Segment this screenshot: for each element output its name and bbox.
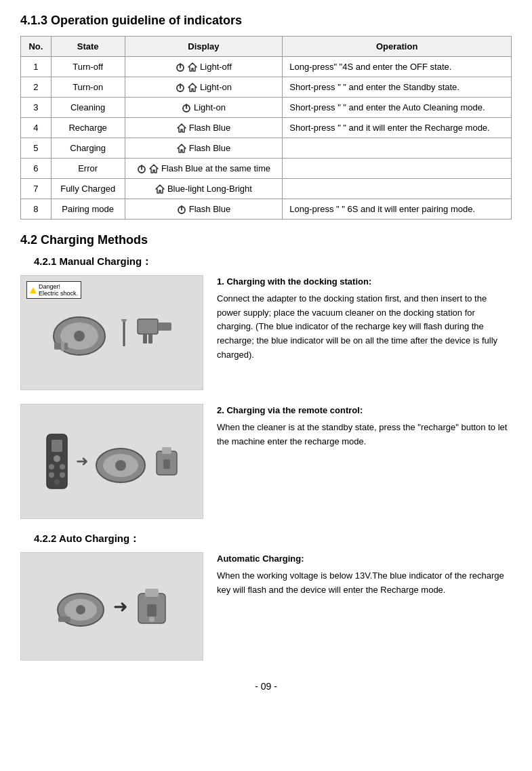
svg-point-30 bbox=[49, 464, 54, 470]
home-icon bbox=[188, 83, 197, 92]
table-row: 5Charging Flash Blue bbox=[21, 138, 512, 159]
display-text: Flash Blue bbox=[189, 123, 230, 133]
svg-point-34 bbox=[54, 479, 60, 484]
col-header-no: No. bbox=[21, 37, 52, 57]
svg-rect-28 bbox=[52, 440, 62, 452]
auto-desc-body: When the working voltage is below 13V.Th… bbox=[217, 569, 512, 598]
display-text: Flash Blue bbox=[189, 143, 230, 153]
col-header-operation: Operation bbox=[283, 37, 512, 57]
col-header-display: Display bbox=[125, 37, 283, 57]
svg-rect-24 bbox=[158, 322, 171, 331]
cell-operation: Long-press " " 6S and it will enter pair… bbox=[283, 199, 512, 220]
svg-point-48 bbox=[149, 617, 155, 622]
table-row: 4Recharge Flash BlueShort-press " " and … bbox=[21, 118, 512, 138]
section-42-title: 4.2 Charging Methods bbox=[20, 233, 512, 247]
auto-arrow-icon: ➜ bbox=[113, 596, 128, 617]
svg-marker-8 bbox=[178, 124, 186, 132]
home-icon bbox=[177, 144, 186, 153]
manual-charging-img2: ➜ bbox=[20, 404, 203, 519]
power-icon bbox=[176, 83, 185, 92]
cell-display: Flash Blue bbox=[125, 118, 283, 138]
cell-display: Light-off bbox=[125, 57, 283, 77]
cell-no: 8 bbox=[21, 199, 52, 220]
cell-operation: Long-press" "4S and enter the OFF state. bbox=[283, 57, 512, 77]
power-icon bbox=[137, 164, 146, 173]
table-row: 2Turn-on Light-onShort-press " " and ent… bbox=[21, 77, 512, 98]
robot-vacuum-icon2 bbox=[94, 440, 148, 484]
cell-display: Flash Blue bbox=[125, 138, 283, 159]
home-icon bbox=[177, 123, 186, 133]
svg-rect-25 bbox=[143, 334, 147, 343]
cell-no: 3 bbox=[21, 98, 52, 118]
svg-rect-40 bbox=[163, 459, 170, 469]
cell-operation: Short-press " " and enter the Auto Clean… bbox=[283, 98, 512, 118]
svg-rect-47 bbox=[147, 604, 157, 617]
cable-icon bbox=[117, 319, 131, 346]
home-icon bbox=[188, 62, 197, 72]
auto-robot-icon bbox=[56, 585, 106, 627]
svg-point-31 bbox=[60, 464, 65, 470]
home-icon bbox=[149, 164, 159, 173]
table-row: 1Turn-off Light-offLong-press" "4S and e… bbox=[21, 57, 512, 77]
manual-charging-img1: Danger!Electric shock. bbox=[20, 275, 203, 390]
cell-state: Charging bbox=[51, 138, 125, 159]
svg-point-22 bbox=[121, 319, 127, 322]
svg-point-37 bbox=[115, 460, 126, 471]
auto-desc-title: Automatic Charging: bbox=[217, 554, 304, 564]
cell-state: Cleaning bbox=[51, 98, 125, 118]
cell-operation: Short-press " " and it will enter the Re… bbox=[283, 118, 512, 138]
cell-state: Turn-off bbox=[51, 57, 125, 77]
cell-state: Error bbox=[51, 159, 125, 179]
svg-marker-12 bbox=[150, 165, 158, 173]
cell-no: 5 bbox=[21, 138, 52, 159]
svg-point-18 bbox=[74, 331, 85, 341]
svg-marker-2 bbox=[188, 63, 197, 71]
col-header-state: State bbox=[51, 37, 125, 57]
svg-rect-44 bbox=[58, 617, 70, 622]
display-text: Flash Blue bbox=[189, 204, 230, 214]
cell-no: 4 bbox=[21, 118, 52, 138]
svg-rect-46 bbox=[145, 589, 159, 597]
cell-no: 7 bbox=[21, 179, 52, 199]
cell-no: 2 bbox=[21, 77, 52, 98]
home-icon bbox=[155, 184, 165, 194]
robot-vacuum-icon bbox=[51, 309, 112, 356]
auto-charging-img: ➜ bbox=[20, 552, 203, 661]
manual-desc1-title: 1. Charging with the docking station: bbox=[217, 276, 371, 287]
svg-point-32 bbox=[49, 472, 54, 478]
auto-dock-icon bbox=[135, 585, 169, 627]
manual-desc2-title: 2. Charging via the remote control: bbox=[217, 405, 363, 415]
display-text: Flash Blue at the same time bbox=[161, 163, 270, 173]
cell-state: Turn-on bbox=[51, 77, 125, 98]
power-icon bbox=[182, 103, 191, 112]
display-text: Blue-light Long-Bright bbox=[167, 184, 252, 194]
svg-marker-9 bbox=[178, 144, 186, 152]
cell-display: Flash Blue bbox=[125, 199, 283, 220]
cell-no: 1 bbox=[21, 57, 52, 77]
section-421-title: 4.2.1 Manual Charging： bbox=[34, 255, 512, 268]
cell-operation bbox=[283, 138, 512, 159]
cell-operation: Short-press " " and enter the Standby st… bbox=[283, 77, 512, 98]
charging-dock-icon bbox=[153, 444, 180, 478]
cell-display: Blue-light Long-Bright bbox=[125, 179, 283, 199]
cell-no: 6 bbox=[21, 159, 52, 179]
arrow-icon: ➜ bbox=[76, 453, 88, 470]
auto-charging-desc: Automatic Charging: When the working vol… bbox=[217, 552, 512, 661]
remote-control-icon bbox=[43, 433, 70, 491]
warning-icon bbox=[30, 287, 37, 293]
cell-state: Fully Charged bbox=[51, 179, 125, 199]
manual-charging-desc2: 2. Charging via the remote control: When… bbox=[217, 404, 512, 519]
display-text: Light-off bbox=[200, 62, 232, 72]
table-row: 7Fully Charged Blue-light Long-Bright bbox=[21, 179, 512, 199]
page-title: 4.1.3 Operation guideline of indicators bbox=[20, 14, 512, 28]
table-row: 3Cleaning Light-onShort-press " " and en… bbox=[21, 98, 512, 118]
svg-rect-20 bbox=[61, 341, 64, 351]
display-text: Light-on bbox=[200, 82, 232, 92]
power-icon bbox=[176, 62, 185, 72]
danger-text: Danger!Electric shock. bbox=[39, 283, 78, 297]
cell-display: Light-on bbox=[125, 77, 283, 98]
page-number: - 09 - bbox=[20, 681, 512, 692]
cell-operation bbox=[283, 179, 512, 199]
danger-label: Danger!Electric shock. bbox=[26, 281, 81, 299]
cell-operation bbox=[283, 159, 512, 179]
